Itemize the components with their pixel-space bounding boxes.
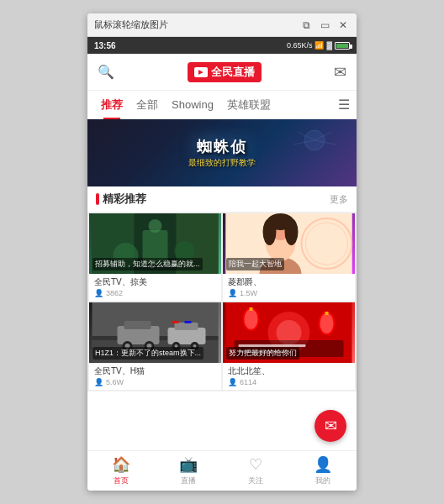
- video-thumb-1: 招募辅助，知道怎么稳赢的就...: [89, 213, 221, 274]
- banner-subtitle: 最细致的打野教学: [188, 157, 256, 169]
- viewer-count-1: 3862: [106, 289, 123, 297]
- svg-point-47: [320, 313, 334, 333]
- network-speed: 0.65K/s: [287, 41, 313, 50]
- svg-rect-38: [172, 321, 179, 323]
- viewer-count-4: 6114: [240, 378, 256, 386]
- tab-all-label: 全部: [136, 97, 158, 113]
- svg-rect-33: [175, 323, 198, 330]
- video-stats-3: 👤 5.6W: [94, 378, 216, 386]
- video-author-4: 北北北笙、: [228, 365, 350, 377]
- live-icon: 📺: [179, 455, 198, 474]
- logo-tv-icon: ▶: [194, 67, 208, 77]
- viewer-count-2: 1.5W: [240, 289, 257, 297]
- svg-rect-48: [325, 312, 329, 315]
- video-author-3: 全民TV、H猫: [94, 365, 216, 377]
- home-icon: 🏠: [112, 455, 130, 474]
- tab-lol[interactable]: 英雄联盟: [220, 91, 278, 119]
- video-thumb-3: H1Z1：更新不了的steam换下...: [89, 302, 221, 363]
- follow-icon: ♡: [249, 455, 262, 474]
- follow-label: 关注: [248, 475, 263, 486]
- video-card-3[interactable]: H1Z1：更新不了的steam换下... 全民TV、H猫 👤 5.6W: [89, 302, 221, 390]
- battery-icon: [335, 42, 350, 50]
- profile-icon: 👤: [314, 455, 332, 474]
- logo-box: ▶ 全民直播: [188, 62, 262, 82]
- video-thumb-2: 陪我一起大智地: [223, 213, 355, 274]
- viewer-icon-1: 👤: [94, 289, 103, 297]
- profile-label: 我的: [315, 475, 330, 486]
- external-link-icon[interactable]: ⧉: [299, 18, 313, 32]
- tab-recommended[interactable]: 推荐: [94, 91, 130, 119]
- video-stats-2: 👤 1.5W: [228, 289, 350, 297]
- status-right: 0.65K/s 📶 ▓: [287, 41, 350, 50]
- app-header: 🔍 ▶ 全民直播 ✉: [87, 54, 357, 91]
- viewer-icon-4: 👤: [228, 378, 237, 386]
- video-thumb-4: 努力把最好的给你们: [223, 302, 355, 363]
- nav-more-button[interactable]: ☰: [338, 97, 350, 113]
- video-stats-4: 👤 6114: [228, 378, 350, 386]
- home-label: 首页: [114, 475, 129, 486]
- watermark: BOSS资源: [94, 418, 178, 444]
- banner-title: 蜘蛛侦: [197, 137, 247, 157]
- svg-rect-27: [124, 321, 151, 329]
- viewer-icon-2: 👤: [228, 289, 237, 297]
- close-icon[interactable]: ✕: [336, 18, 350, 32]
- video-author-1: 全民TV、掠美: [94, 276, 216, 288]
- svg-point-12: [149, 219, 162, 233]
- tab-recommended-label: 推荐: [101, 97, 123, 113]
- bottom-nav-profile[interactable]: 👤 我的: [289, 455, 357, 486]
- viewer-count-3: 5.6W: [106, 378, 124, 386]
- video-info-3: 全民TV、H猫 👤 5.6W: [89, 363, 221, 390]
- title-bar-text: 鼠标滚轮缩放图片: [94, 18, 168, 31]
- search-button[interactable]: 🔍: [98, 64, 114, 80]
- svg-point-44: [245, 309, 258, 329]
- video-stats-1: 👤 3862: [94, 289, 216, 297]
- bottom-nav-home[interactable]: 🏠 首页: [87, 455, 155, 486]
- svg-point-22: [285, 218, 299, 245]
- wifi-icon: 📶: [314, 41, 324, 50]
- svg-rect-39: [185, 321, 192, 323]
- viewer-icon-3: 👤: [94, 378, 103, 386]
- video-overlay-1: 招募辅助，知道怎么稳赢的就...: [92, 258, 203, 270]
- tab-showing[interactable]: Showing: [165, 91, 220, 119]
- bottom-nav-follow[interactable]: ♡ 关注: [222, 455, 289, 486]
- video-info-4: 北北北笙、 👤 6114: [223, 363, 355, 390]
- bottom-nav: 🏠 首页 📺 直播 ♡ 关注 👤 我的: [87, 450, 357, 491]
- logo-area: ▶ 全民直播: [188, 62, 262, 82]
- tab-showing-label: Showing: [172, 98, 214, 111]
- minimize-icon[interactable]: ▭: [318, 18, 331, 32]
- tab-all[interactable]: 全部: [130, 91, 165, 119]
- banner[interactable]: 蜘蛛侦 最细致的打野教学: [87, 119, 357, 186]
- fab-mail-button[interactable]: ✉: [314, 410, 346, 442]
- live-label: 直播: [181, 475, 196, 486]
- banner-decoration: [289, 123, 340, 174]
- video-card-4[interactable]: 努力把最好的给你们 北北北笙、 👤 6114: [223, 302, 355, 390]
- svg-point-21: [263, 218, 277, 245]
- logo-text: 全民直播: [211, 65, 255, 80]
- tab-lol-label: 英雄联盟: [227, 97, 271, 113]
- video-card-2[interactable]: 陪我一起大智地 菱郡爵、 👤 1.5W: [223, 213, 355, 301]
- video-author-2: 菱郡爵、: [228, 276, 350, 288]
- section-more-button[interactable]: 更多: [330, 193, 348, 206]
- nav-tabs: 推荐 全部 Showing 英雄联盟 ☰: [87, 91, 357, 119]
- section-header: 精彩推荐 更多: [87, 186, 357, 212]
- status-bar: 13:56 0.65K/s 📶 ▓: [87, 37, 357, 54]
- video-overlay-3: H1Z1：更新不了的steam换下...: [92, 347, 204, 360]
- fab-mail-icon: ✉: [325, 417, 337, 435]
- bottom-nav-live[interactable]: 📺 直播: [155, 455, 222, 486]
- battery-fill: [336, 44, 348, 48]
- video-overlay-4: 努力把最好的给你们: [226, 347, 299, 360]
- phone-frame: 鼠标滚轮缩放图片 ⧉ ▭ ✕ 13:56 0.65K/s 📶 ▓ 🔍 ▶ 全民直…: [87, 13, 357, 491]
- signal-icon: ▓: [326, 41, 332, 50]
- section-dot: [96, 193, 99, 205]
- video-info-1: 全民TV、掠美 👤 3862: [89, 274, 221, 301]
- video-overlay-2: 陪我一起大智地: [226, 258, 284, 270]
- status-time: 13:56: [94, 41, 116, 50]
- title-bar-icons: ⧉ ▭ ✕: [299, 18, 350, 32]
- mail-button[interactable]: ✉: [334, 63, 346, 81]
- section-title: 精彩推荐: [103, 192, 146, 207]
- video-card-1[interactable]: 招募辅助，知道怎么稳赢的就... 全民TV、掠美 👤 3862: [89, 213, 221, 301]
- svg-rect-45: [250, 307, 253, 311]
- title-bar: 鼠标滚轮缩放图片 ⧉ ▭ ✕: [87, 13, 357, 37]
- video-grid: 招募辅助，知道怎么稳赢的就... 全民TV、掠美 👤 3862: [87, 212, 357, 391]
- video-info-2: 菱郡爵、 👤 1.5W: [223, 274, 355, 301]
